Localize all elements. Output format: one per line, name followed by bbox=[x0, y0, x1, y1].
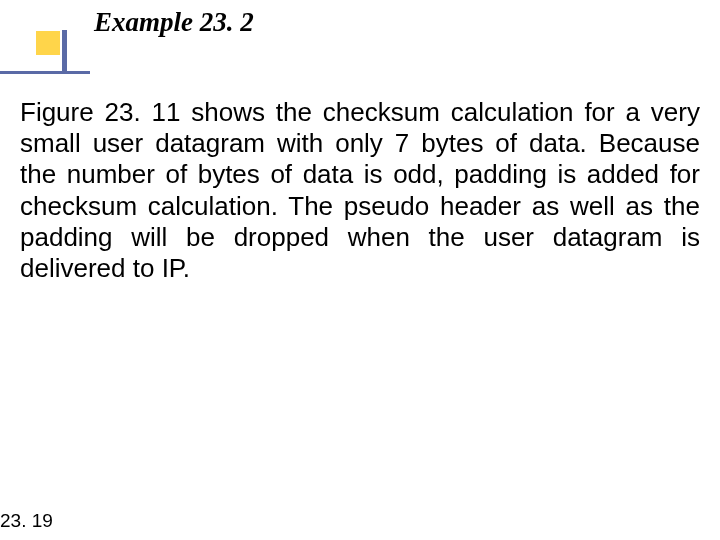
page-number: 23. 19 bbox=[0, 510, 53, 532]
decoration-horizontal-line bbox=[0, 71, 90, 74]
decoration-square bbox=[36, 31, 60, 55]
decoration-vertical-line bbox=[62, 30, 67, 74]
title-decoration bbox=[0, 30, 90, 74]
body-paragraph: Figure 23. 11 shows the checksum calcula… bbox=[20, 97, 700, 284]
slide-title: Example 23. 2 bbox=[94, 7, 254, 38]
